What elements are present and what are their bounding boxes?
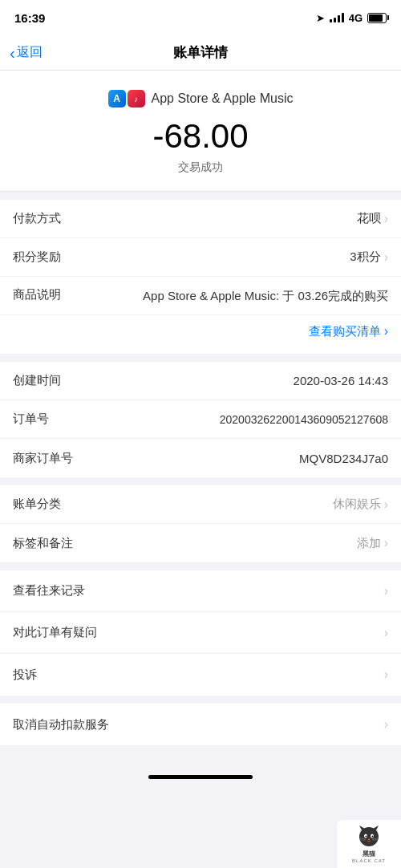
battery-icon [367, 13, 387, 23]
view-list-value: 查看购买清单 › [13, 324, 388, 339]
merchant-icons: A ♪ [108, 90, 145, 107]
network-type: 4G [349, 12, 363, 24]
question-row[interactable]: 对此订单有疑问 › [0, 612, 401, 654]
status-right: ➤ 4G [316, 12, 387, 24]
home-indicator-area [0, 745, 401, 785]
merchant-order-label: 商家订单号 [13, 451, 73, 466]
detail-section: 付款方式 花呗 › 积分奖励 3积分 › 商品说明 App Store & Ap… [0, 200, 401, 354]
action-section: 查看往来记录 › 对此订单有疑问 › 投诉 › [0, 570, 401, 696]
category-section: 账单分类 休闲娱乐 › 标签和备注 添加 › [0, 485, 401, 562]
watermark: 黑猫 BLACK CAT [337, 820, 401, 868]
chevron-right-icon: › [384, 584, 388, 598]
order-no-row: 订单号 202003262200143609052127608 [0, 400, 401, 439]
complaint-row[interactable]: 投诉 › [0, 654, 401, 696]
created-time-row: 创建时间 2020-03-26 14:43 [0, 362, 401, 400]
music-icon: ♪ [128, 90, 145, 107]
history-label: 查看往来记录 [13, 583, 85, 598]
chevron-right-icon: › [384, 626, 388, 640]
payment-row[interactable]: 付款方式 花呗 › [0, 200, 401, 238]
chevron-right-icon: › [384, 536, 388, 550]
order-no-value: 202003262200143609052127608 [220, 413, 388, 426]
cancel-section: 取消自动扣款服务 › [0, 704, 401, 745]
svg-point-5 [366, 835, 367, 837]
header-section: A ♪ App Store & Apple Music -68.00 交易成功 [0, 71, 401, 192]
chevron-right-icon: › [384, 497, 388, 512]
description-row: 商品说明 App Store & Apple Music: 于 03.26完成的… [0, 277, 401, 315]
view-list-row[interactable]: 查看购买清单 › [0, 315, 401, 354]
cancel-row[interactable]: 取消自动扣款服务 › [0, 704, 401, 745]
complaint-label: 投诉 [13, 667, 37, 683]
back-label: 返回 [17, 44, 43, 61]
chevron-right-icon: › [384, 250, 388, 265]
category-row[interactable]: 账单分类 休闲娱乐 › [0, 485, 401, 524]
history-row[interactable]: 查看往来记录 › [0, 570, 401, 612]
points-value: 3积分 › [69, 249, 388, 265]
chevron-right-icon: › [384, 212, 388, 226]
status-bar: 16:39 ➤ 4G [0, 0, 401, 35]
category-value: 休闲娱乐 › [69, 497, 388, 512]
transaction-status: 交易成功 [178, 160, 223, 175]
order-info-section: 创建时间 2020-03-26 14:43 订单号 20200326220014… [0, 362, 401, 477]
tags-label: 标签和备注 [13, 536, 73, 551]
order-no-label: 订单号 [13, 412, 49, 427]
back-chevron-icon: ‹ [10, 45, 15, 61]
points-row[interactable]: 积分奖励 3积分 › [0, 238, 401, 277]
blackcat-logo-icon [354, 825, 384, 848]
tags-value: 添加 › [73, 536, 388, 551]
payment-label: 付款方式 [13, 211, 69, 226]
page-title: 账单详情 [173, 43, 228, 62]
merchant-row: A ♪ App Store & Apple Music [108, 90, 294, 107]
points-label: 积分奖励 [13, 249, 69, 265]
merchant-name: App Store & Apple Music [152, 91, 294, 106]
question-label: 对此订单有疑问 [13, 625, 97, 640]
description-label: 商品说明 [13, 287, 69, 302]
created-time-label: 创建时间 [13, 373, 61, 388]
created-time-value: 2020-03-26 14:43 [294, 374, 388, 387]
home-indicator [148, 775, 253, 779]
transaction-amount: -68.00 [152, 117, 248, 156]
signal-icon [330, 13, 344, 22]
location-icon: ➤ [316, 12, 325, 24]
tags-row[interactable]: 标签和备注 添加 › [0, 524, 401, 562]
status-time: 16:39 [14, 11, 45, 25]
description-value: App Store & Apple Music: 于 03.26完成的购买 [75, 287, 388, 304]
nav-bar: ‹ 返回 账单详情 [0, 35, 401, 71]
cancel-label: 取消自动扣款服务 [13, 717, 109, 732]
chevron-right-icon: › [384, 324, 388, 339]
back-button[interactable]: ‹ 返回 [10, 44, 43, 61]
chevron-right-icon: › [384, 667, 388, 682]
svg-point-6 [372, 835, 374, 837]
category-label: 账单分类 [13, 497, 69, 512]
merchant-order-row: 商家订单号 MQV8D234J7a0 [0, 439, 401, 477]
app-store-icon: A [108, 90, 126, 107]
chevron-right-icon: › [384, 717, 388, 732]
merchant-order-value: MQV8D234J7a0 [299, 452, 388, 465]
payment-value: 花呗 › [69, 211, 388, 226]
watermark-number: 黑猫 [363, 850, 376, 858]
watermark-brand: BLACK CAT [352, 858, 386, 863]
